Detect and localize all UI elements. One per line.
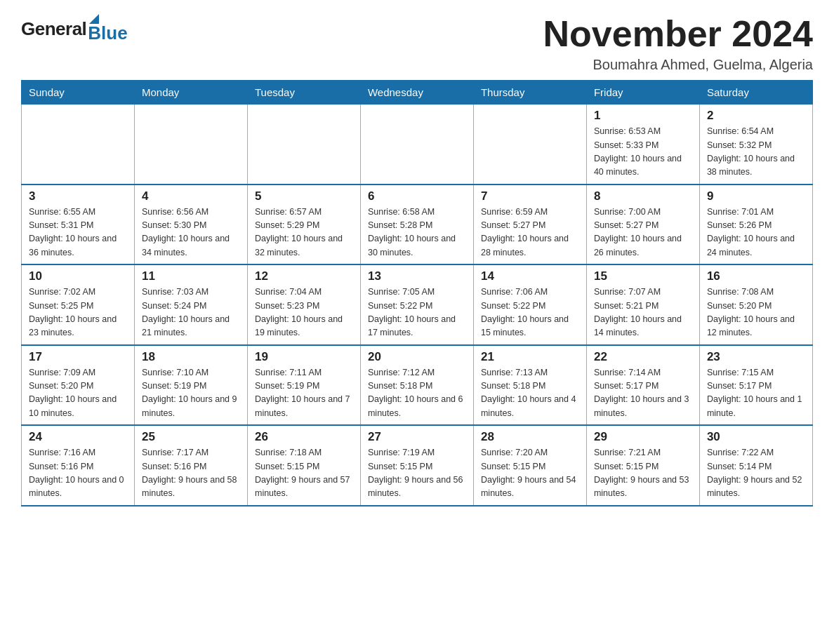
calendar-cell: 7Sunrise: 6:59 AM Sunset: 5:27 PM Daylig… <box>473 185 586 265</box>
day-number: 29 <box>594 430 692 444</box>
calendar-cell: 2Sunrise: 6:54 AM Sunset: 5:32 PM Daylig… <box>699 105 812 185</box>
day-number: 15 <box>594 269 692 283</box>
sun-info: Sunrise: 7:07 AM Sunset: 5:21 PM Dayligh… <box>594 286 692 340</box>
calendar-cell: 6Sunrise: 6:58 AM Sunset: 5:28 PM Daylig… <box>360 185 473 265</box>
sun-info: Sunrise: 7:13 AM Sunset: 5:18 PM Dayligh… <box>481 366 579 421</box>
calendar-cell: 21Sunrise: 7:13 AM Sunset: 5:18 PM Dayli… <box>473 345 586 426</box>
calendar-cell: 25Sunrise: 7:17 AM Sunset: 5:16 PM Dayli… <box>134 425 247 506</box>
day-number: 25 <box>142 430 240 444</box>
sun-info: Sunrise: 7:10 AM Sunset: 5:19 PM Dayligh… <box>142 366 240 421</box>
day-number: 10 <box>29 269 127 283</box>
sun-info: Sunrise: 7:00 AM Sunset: 5:27 PM Dayligh… <box>594 206 692 260</box>
calendar-cell: 4Sunrise: 6:56 AM Sunset: 5:30 PM Daylig… <box>134 185 247 265</box>
sun-info: Sunrise: 7:02 AM Sunset: 5:25 PM Dayligh… <box>29 286 127 340</box>
month-title: November 2024 <box>543 14 813 54</box>
calendar-cell: 23Sunrise: 7:15 AM Sunset: 5:17 PM Dayli… <box>699 345 812 426</box>
day-number: 20 <box>368 350 466 364</box>
day-number: 2 <box>707 109 805 123</box>
weekday-header-row: Sunday Monday Tuesday Wednesday Thursday… <box>22 81 813 105</box>
day-number: 12 <box>255 269 353 283</box>
header-wednesday: Wednesday <box>360 81 473 105</box>
day-number: 18 <box>142 350 240 364</box>
calendar-cell: 10Sunrise: 7:02 AM Sunset: 5:25 PM Dayli… <box>22 264 135 345</box>
location-subtitle: Boumahra Ahmed, Guelma, Algeria <box>543 57 813 73</box>
calendar-table: Sunday Monday Tuesday Wednesday Thursday… <box>21 80 813 507</box>
calendar-cell: 11Sunrise: 7:03 AM Sunset: 5:24 PM Dayli… <box>134 264 247 345</box>
day-number: 7 <box>481 189 579 203</box>
calendar-cell: 15Sunrise: 7:07 AM Sunset: 5:21 PM Dayli… <box>586 264 699 345</box>
sun-info: Sunrise: 7:08 AM Sunset: 5:20 PM Dayligh… <box>707 286 805 340</box>
day-number: 28 <box>481 430 579 444</box>
day-number: 11 <box>142 269 240 283</box>
day-number: 17 <box>29 350 127 364</box>
calendar-cell: 3Sunrise: 6:55 AM Sunset: 5:31 PM Daylig… <box>22 185 135 265</box>
day-number: 9 <box>707 189 805 203</box>
sun-info: Sunrise: 7:05 AM Sunset: 5:22 PM Dayligh… <box>368 286 466 340</box>
calendar-cell: 8Sunrise: 7:00 AM Sunset: 5:27 PM Daylig… <box>586 185 699 265</box>
calendar-cell: 1Sunrise: 6:53 AM Sunset: 5:33 PM Daylig… <box>586 105 699 185</box>
sun-info: Sunrise: 7:14 AM Sunset: 5:17 PM Dayligh… <box>594 366 692 421</box>
day-number: 4 <box>142 189 240 203</box>
day-number: 27 <box>368 430 466 444</box>
sun-info: Sunrise: 7:17 AM Sunset: 5:16 PM Dayligh… <box>142 446 240 501</box>
day-number: 5 <box>255 189 353 203</box>
calendar-cell: 16Sunrise: 7:08 AM Sunset: 5:20 PM Dayli… <box>699 264 812 345</box>
calendar-cell <box>360 105 473 185</box>
calendar-cell: 27Sunrise: 7:19 AM Sunset: 5:15 PM Dayli… <box>360 425 473 506</box>
logo-general-text: General <box>21 18 86 40</box>
calendar-cell: 28Sunrise: 7:20 AM Sunset: 5:15 PM Dayli… <box>473 425 586 506</box>
sun-info: Sunrise: 7:16 AM Sunset: 5:16 PM Dayligh… <box>29 446 127 501</box>
sun-info: Sunrise: 7:20 AM Sunset: 5:15 PM Dayligh… <box>481 446 579 501</box>
day-number: 24 <box>29 430 127 444</box>
day-number: 23 <box>707 350 805 364</box>
sun-info: Sunrise: 6:56 AM Sunset: 5:30 PM Dayligh… <box>142 206 240 260</box>
calendar-cell: 14Sunrise: 7:06 AM Sunset: 5:22 PM Dayli… <box>473 264 586 345</box>
day-number: 22 <box>594 350 692 364</box>
day-number: 3 <box>29 189 127 203</box>
calendar-week-row-4: 17Sunrise: 7:09 AM Sunset: 5:20 PM Dayli… <box>22 345 813 426</box>
sun-info: Sunrise: 6:55 AM Sunset: 5:31 PM Dayligh… <box>29 206 127 260</box>
day-number: 21 <box>481 350 579 364</box>
calendar-cell: 19Sunrise: 7:11 AM Sunset: 5:19 PM Dayli… <box>247 345 360 426</box>
calendar-cell <box>134 105 247 185</box>
sun-info: Sunrise: 7:15 AM Sunset: 5:17 PM Dayligh… <box>707 366 805 421</box>
calendar-cell: 30Sunrise: 7:22 AM Sunset: 5:14 PM Dayli… <box>699 425 812 506</box>
sun-info: Sunrise: 7:22 AM Sunset: 5:14 PM Dayligh… <box>707 446 805 501</box>
sun-info: Sunrise: 7:12 AM Sunset: 5:18 PM Dayligh… <box>368 366 466 421</box>
calendar-cell <box>247 105 360 185</box>
day-number: 26 <box>255 430 353 444</box>
sun-info: Sunrise: 7:09 AM Sunset: 5:20 PM Dayligh… <box>29 366 127 421</box>
calendar-cell: 20Sunrise: 7:12 AM Sunset: 5:18 PM Dayli… <box>360 345 473 426</box>
calendar-cell: 18Sunrise: 7:10 AM Sunset: 5:19 PM Dayli… <box>134 345 247 426</box>
calendar-week-row-3: 10Sunrise: 7:02 AM Sunset: 5:25 PM Dayli… <box>22 264 813 345</box>
calendar-cell: 26Sunrise: 7:18 AM Sunset: 5:15 PM Dayli… <box>247 425 360 506</box>
sun-info: Sunrise: 6:53 AM Sunset: 5:33 PM Dayligh… <box>594 125 692 180</box>
calendar-cell: 13Sunrise: 7:05 AM Sunset: 5:22 PM Dayli… <box>360 264 473 345</box>
logo: General Blue <box>21 14 128 44</box>
calendar-cell: 17Sunrise: 7:09 AM Sunset: 5:20 PM Dayli… <box>22 345 135 426</box>
calendar-week-row-1: 1Sunrise: 6:53 AM Sunset: 5:33 PM Daylig… <box>22 105 813 185</box>
logo-blue-part: Blue <box>88 14 127 44</box>
calendar-cell: 12Sunrise: 7:04 AM Sunset: 5:23 PM Dayli… <box>247 264 360 345</box>
calendar-week-row-2: 3Sunrise: 6:55 AM Sunset: 5:31 PM Daylig… <box>22 185 813 265</box>
day-number: 16 <box>707 269 805 283</box>
day-number: 19 <box>255 350 353 364</box>
sun-info: Sunrise: 7:01 AM Sunset: 5:26 PM Dayligh… <box>707 206 805 260</box>
sun-info: Sunrise: 7:21 AM Sunset: 5:15 PM Dayligh… <box>594 446 692 501</box>
calendar-week-row-5: 24Sunrise: 7:16 AM Sunset: 5:16 PM Dayli… <box>22 425 813 506</box>
logo-blue-text: Blue <box>88 22 127 44</box>
day-number: 30 <box>707 430 805 444</box>
day-number: 6 <box>368 189 466 203</box>
sun-info: Sunrise: 7:11 AM Sunset: 5:19 PM Dayligh… <box>255 366 353 421</box>
calendar-cell: 22Sunrise: 7:14 AM Sunset: 5:17 PM Dayli… <box>586 345 699 426</box>
sun-info: Sunrise: 6:59 AM Sunset: 5:27 PM Dayligh… <box>481 206 579 260</box>
header-thursday: Thursday <box>473 81 586 105</box>
header-tuesday: Tuesday <box>247 81 360 105</box>
sun-info: Sunrise: 7:03 AM Sunset: 5:24 PM Dayligh… <box>142 286 240 340</box>
sun-info: Sunrise: 7:19 AM Sunset: 5:15 PM Dayligh… <box>368 446 466 501</box>
calendar-cell: 24Sunrise: 7:16 AM Sunset: 5:16 PM Dayli… <box>22 425 135 506</box>
header-friday: Friday <box>586 81 699 105</box>
header-monday: Monday <box>134 81 247 105</box>
day-number: 13 <box>368 269 466 283</box>
day-number: 8 <box>594 189 692 203</box>
